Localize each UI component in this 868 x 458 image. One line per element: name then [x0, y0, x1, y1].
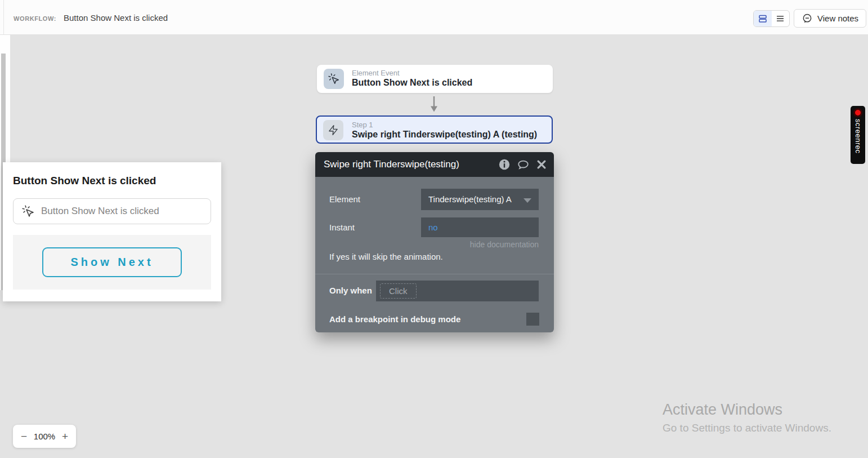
breakpoint-checkbox[interactable] [526, 313, 539, 326]
only-when-placeholder[interactable]: Click [380, 283, 417, 299]
list-view-icon [775, 14, 785, 24]
preview-event-text: Button Show Next is clicked [41, 206, 159, 217]
topbar-left-divider [3, 0, 4, 34]
action-properties-popup: Swipe right Tinderswipe(testing) Element… [315, 152, 554, 332]
hide-documentation-link[interactable]: hide documentation [421, 240, 539, 249]
card-view-icon [758, 14, 768, 24]
workflow-topbar: WORKFLOW: Button Show Next is clicked Vi… [0, 0, 868, 35]
view-mode-toggle [753, 10, 790, 27]
cursor-click-icon [21, 204, 35, 218]
popup-header[interactable]: Swipe right Tinderswipe(testing) [315, 152, 554, 177]
preview-event-row[interactable]: Button Show Next is clicked [13, 198, 211, 224]
only-when-label: Only when [329, 286, 372, 295]
event-card-kicker: Element Event [352, 69, 400, 77]
comment-icon[interactable] [517, 158, 530, 171]
workflow-title: Button Show Next is clicked [64, 13, 168, 23]
popup-body: Element Tinderswipe(testing) A Instant n… [315, 177, 554, 332]
element-dropdown-value: Tinderswipe(testing) A [428, 194, 512, 204]
view-notes-label: View notes [817, 14, 858, 23]
flow-arrow-icon [429, 96, 439, 113]
element-preview-card: Button Show Next is clicked Button Show … [3, 162, 221, 301]
instant-label: Instant [329, 223, 355, 232]
only-when-field[interactable]: Click [376, 281, 539, 301]
zoom-level: 100% [34, 432, 55, 441]
list-view-toggle[interactable] [772, 11, 790, 26]
instant-value: no [428, 223, 438, 232]
workflow-label: WORKFLOW: [14, 15, 56, 22]
step-card-title: Swipe right Tinderswipe(testing) A (test… [352, 130, 537, 140]
record-dot-icon [853, 108, 862, 117]
preview-title: Button Show Next is clicked [13, 175, 156, 187]
screenrec-badge[interactable]: screenrec [851, 106, 865, 164]
zoom-control: − 100% + [13, 425, 76, 448]
zoom-in-button[interactable]: + [62, 431, 68, 442]
watermark-title: Activate Windows [663, 401, 831, 419]
chevron-down-icon [524, 198, 531, 203]
view-notes-button[interactable]: View notes [794, 9, 866, 28]
screenrec-label: screenrec [854, 119, 862, 154]
event-card[interactable]: Element Event Button Show Next is clicke… [317, 65, 553, 93]
preview-button-panel: Show Next [13, 235, 211, 290]
step-card-kicker: Step 1 [352, 121, 373, 129]
zoom-out-button[interactable]: − [21, 431, 27, 442]
element-dropdown[interactable]: Tinderswipe(testing) A [421, 189, 539, 210]
step-icon-tile [323, 120, 343, 140]
event-icon-tile [324, 69, 344, 89]
notes-bubble-icon [802, 13, 813, 24]
element-label: Element [329, 194, 360, 204]
info-icon[interactable] [498, 158, 511, 171]
watermark-subtitle: Go to Settings to activate Windows. [663, 422, 831, 434]
lightning-icon [328, 124, 339, 136]
show-next-button[interactable]: Show Next [42, 247, 182, 277]
cursor-click-icon [328, 73, 340, 85]
instant-field[interactable]: no [421, 217, 539, 237]
popup-divider [315, 274, 554, 274]
activate-windows-watermark: Activate Windows Go to Settings to activ… [663, 401, 831, 434]
workflow-canvas[interactable]: Element Event Button Show Next is clicke… [0, 35, 868, 458]
breakpoint-label: Add a breakpoint in debug mode [329, 314, 460, 324]
card-view-toggle[interactable] [754, 11, 772, 26]
event-card-title: Button Show Next is clicked [352, 78, 472, 88]
close-icon[interactable] [536, 159, 547, 170]
documentation-text: If yes it will skip the animation. [329, 252, 443, 261]
step-1-card[interactable]: Step 1 Swipe right Tinderswipe(testing) … [316, 115, 553, 144]
popup-title: Swipe right Tinderswipe(testing) [324, 159, 459, 170]
